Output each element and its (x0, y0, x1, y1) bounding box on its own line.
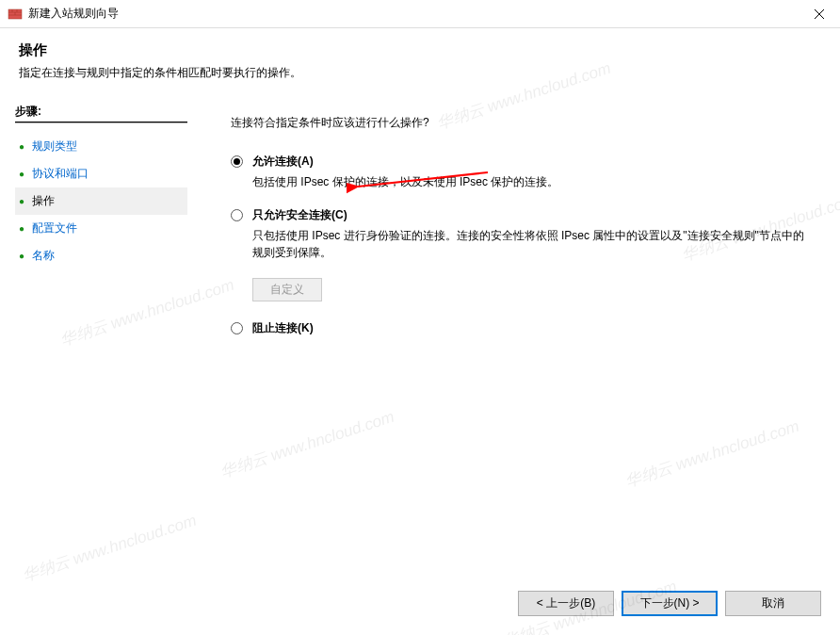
step-label: 配置文件 (32, 220, 77, 236)
step-name[interactable]: ● 名称 (15, 242, 187, 269)
option-secure-only-desc: 只包括使用 IPsec 进行身份验证的连接。连接的安全性将依照 IPsec 属性… (252, 227, 812, 261)
bullet-icon: ● (19, 196, 24, 206)
bullet-icon: ● (19, 223, 24, 234)
divider (15, 122, 187, 123)
step-rule-type[interactable]: ● 规则类型 (15, 133, 187, 160)
button-bar: < 上一步(B) 下一步(N) > 取消 (518, 591, 821, 616)
option-allow[interactable]: 允许连接(A) (231, 154, 812, 170)
radio-label: 阻止连接(K) (252, 320, 314, 336)
radio-icon[interactable] (231, 322, 243, 334)
step-label: 规则类型 (32, 138, 77, 155)
titlebar-title: 新建入站规则向导 (28, 6, 119, 22)
custom-button: 自定义 (252, 278, 322, 301)
option-secure-only[interactable]: 只允许安全连接(C) (231, 207, 812, 223)
firewall-icon (8, 7, 23, 22)
cancel-button[interactable]: 取消 (725, 591, 821, 616)
prompt-text: 连接符合指定条件时应该进行什么操作? (231, 115, 812, 131)
radio-label: 允许连接(A) (252, 154, 314, 170)
radio-label: 只允许安全连接(C) (252, 207, 347, 223)
option-allow-desc: 包括使用 IPsec 保护的连接，以及未使用 IPsec 保护的连接。 (252, 173, 812, 190)
step-label: 操作 (32, 193, 55, 209)
step-protocol-port[interactable]: ● 协议和端口 (15, 160, 187, 187)
bullet-icon: ● (19, 169, 24, 179)
steps-label: 步骤: (15, 104, 187, 120)
bullet-icon: ● (19, 141, 24, 152)
close-button[interactable] (798, 0, 840, 28)
step-label: 协议和端口 (32, 166, 89, 182)
bullet-icon: ● (19, 251, 24, 261)
page-heading: 操作 (0, 28, 840, 65)
step-profile[interactable]: ● 配置文件 (15, 215, 187, 242)
main-panel: 连接符合指定条件时应该进行什么操作? 允许连接(A) 包括使用 IPsec 保护… (202, 94, 840, 617)
titlebar: 新建入站规则向导 (0, 0, 840, 28)
radio-icon[interactable] (231, 209, 243, 221)
next-button[interactable]: 下一步(N) > (622, 591, 718, 616)
option-block[interactable]: 阻止连接(K) (231, 320, 812, 336)
page-subheading: 指定在连接与规则中指定的条件相匹配时要执行的操作。 (0, 65, 840, 94)
back-button[interactable]: < 上一步(B) (518, 591, 614, 616)
step-action[interactable]: ● 操作 (15, 187, 187, 215)
radio-icon[interactable] (231, 155, 243, 168)
steps-sidebar: 步骤: ● 规则类型 ● 协议和端口 ● 操作 ● 配置文件 ● 名称 (0, 94, 202, 617)
step-label: 名称 (32, 248, 55, 264)
